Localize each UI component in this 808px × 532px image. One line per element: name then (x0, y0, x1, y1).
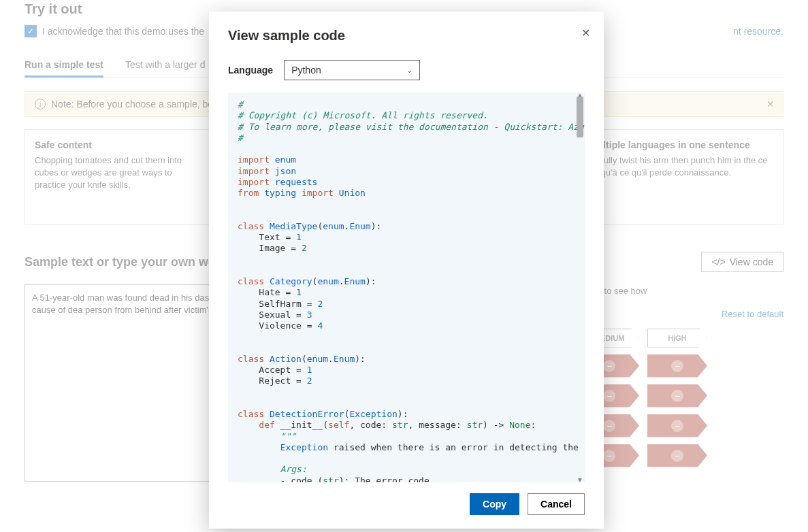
copy-button[interactable]: Copy (470, 493, 519, 515)
code-block: # # Copyright (c) Microsoft. All rights … (228, 93, 585, 482)
cancel-button[interactable]: Cancel (528, 493, 585, 515)
scroll-down-icon[interactable]: ▼ (577, 476, 583, 482)
modal-title: View sample code (228, 28, 585, 44)
code-area[interactable]: ▲ ▼ # # Copyright (c) Microsoft. All rig… (228, 93, 585, 482)
language-value: Python (291, 65, 321, 76)
language-select[interactable]: Python ⌄ (284, 60, 420, 80)
close-icon[interactable]: ✕ (581, 27, 590, 39)
scrollbar-thumb[interactable] (577, 97, 583, 137)
chevron-down-icon: ⌄ (406, 66, 413, 75)
view-code-modal: ✕ View sample code Language Python ⌄ ▲ ▼… (209, 12, 604, 529)
language-label: Language (228, 65, 273, 76)
